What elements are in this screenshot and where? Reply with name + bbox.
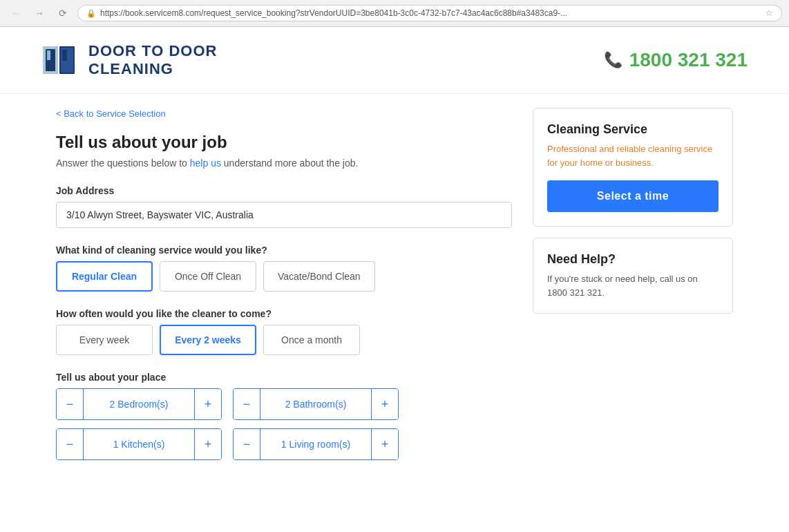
svg-rect-3	[47, 50, 50, 60]
svg-rect-6	[62, 50, 67, 61]
living-room-increment[interactable]: +	[372, 429, 398, 459]
cleaning-type-group: What kind of cleaning service would you …	[56, 245, 512, 292]
browser-chrome: ← → ⟳ 🔒 https://book.servicem8.com/reque…	[0, 0, 789, 27]
job-address-group: Job Address	[56, 185, 512, 228]
bathroom-value: 2 Bathroom(s)	[260, 389, 372, 419]
secure-icon: 🔒	[86, 9, 96, 18]
counters-row-2: − 1 Kitchen(s) + − 1 Living room(s) +	[56, 428, 512, 460]
subtitle-start: Answer the questions below to	[56, 158, 190, 169]
bathroom-increment[interactable]: +	[372, 389, 398, 419]
place-group: Tell us about your place − 2 Bedroom(s) …	[56, 372, 512, 460]
counters-row-1: − 2 Bedroom(s) + − 2 Bathroom(s) +	[56, 388, 512, 420]
back-to-service-link[interactable]: < Back to Service Selection	[56, 108, 166, 119]
place-label: Tell us about your place	[56, 372, 512, 383]
bathroom-decrement[interactable]: −	[234, 389, 260, 419]
cleaning-type-options: Regular Clean Once Off Clean Vacate/Bond…	[56, 261, 512, 292]
service-card-title: Cleaning Service	[547, 122, 719, 137]
phone-area: 📞 1800 321 321	[604, 49, 748, 71]
logo-icon	[41, 41, 80, 79]
subtitle-highlight: help us	[190, 158, 221, 169]
help-card: Need Help? If you're stuck or need help,…	[533, 238, 733, 314]
kitchen-increment[interactable]: +	[195, 429, 221, 459]
select-time-button[interactable]: Select a time	[547, 180, 719, 212]
frequency-label: How often would you like the cleaner to …	[56, 308, 512, 319]
refresh-button[interactable]: ⟳	[54, 4, 72, 22]
service-card-subtitle: Professional and reliable cleaning servi…	[547, 142, 719, 169]
form-subtitle: Answer the questions below to help us un…	[56, 158, 512, 169]
help-card-text: If you're stuck or need help, call us on…	[547, 272, 719, 299]
cleaning-type-vacate[interactable]: Vacate/Bond Clean	[263, 261, 375, 292]
form-section: < Back to Service Selection Tell us abou…	[56, 108, 512, 477]
subtitle-end: understand more about the job.	[221, 158, 358, 169]
kitchen-decrement[interactable]: −	[57, 429, 83, 459]
sidebar: Cleaning Service Professional and reliab…	[533, 108, 733, 477]
help-card-title: Need Help?	[547, 252, 719, 267]
frequency-every-2-weeks[interactable]: Every 2 weeks	[160, 325, 256, 355]
cleaning-type-regular[interactable]: Regular Clean	[56, 261, 153, 292]
address-bar[interactable]: 🔒 https://book.servicem8.com/request_ser…	[77, 5, 782, 21]
logo-line1: DOOR TO DOOR	[88, 42, 217, 60]
logo-line2: CLEANING	[88, 60, 217, 78]
living-room-counter: − 1 Living room(s) +	[233, 428, 399, 460]
bedroom-increment[interactable]: +	[195, 389, 221, 419]
job-address-input[interactable]	[56, 202, 512, 228]
main-content: < Back to Service Selection Tell us abou…	[15, 94, 774, 504]
bedroom-decrement[interactable]: −	[57, 389, 83, 419]
forward-button[interactable]: →	[30, 4, 48, 22]
phone-icon: 📞	[604, 51, 622, 69]
frequency-group: How often would you like the cleaner to …	[56, 308, 512, 355]
phone-number: 1800 321 321	[629, 49, 748, 71]
kitchen-counter: − 1 Kitchen(s) +	[56, 428, 222, 460]
living-room-decrement[interactable]: −	[234, 429, 260, 459]
frequency-once-month[interactable]: Once a month	[263, 325, 360, 355]
page-wrapper: DOOR TO DOOR CLEANING 📞 1800 321 321 < B…	[0, 27, 789, 532]
address-text: https://book.servicem8.com/request_servi…	[100, 8, 761, 18]
site-header: DOOR TO DOOR CLEANING 📞 1800 321 321	[0, 27, 789, 94]
living-room-value: 1 Living room(s)	[260, 429, 372, 459]
back-button[interactable]: ←	[7, 4, 25, 22]
kitchen-value: 1 Kitchen(s)	[83, 429, 195, 459]
cleaning-type-label: What kind of cleaning service would you …	[56, 245, 512, 256]
frequency-options: Every week Every 2 weeks Once a month	[56, 325, 512, 355]
bathroom-counter: − 2 Bathroom(s) +	[233, 388, 399, 420]
logo-area: DOOR TO DOOR CLEANING	[41, 41, 217, 79]
bedroom-counter: − 2 Bedroom(s) +	[56, 388, 222, 420]
service-card: Cleaning Service Professional and reliab…	[533, 108, 733, 227]
bookmark-icon: ☆	[766, 8, 773, 18]
frequency-every-week[interactable]: Every week	[56, 325, 153, 355]
cleaning-type-once-off[interactable]: Once Off Clean	[160, 261, 256, 292]
bedroom-value: 2 Bedroom(s)	[83, 389, 195, 419]
job-address-label: Job Address	[56, 185, 512, 196]
form-title: Tell us about your job	[56, 133, 512, 152]
logo-text: DOOR TO DOOR CLEANING	[88, 42, 217, 79]
